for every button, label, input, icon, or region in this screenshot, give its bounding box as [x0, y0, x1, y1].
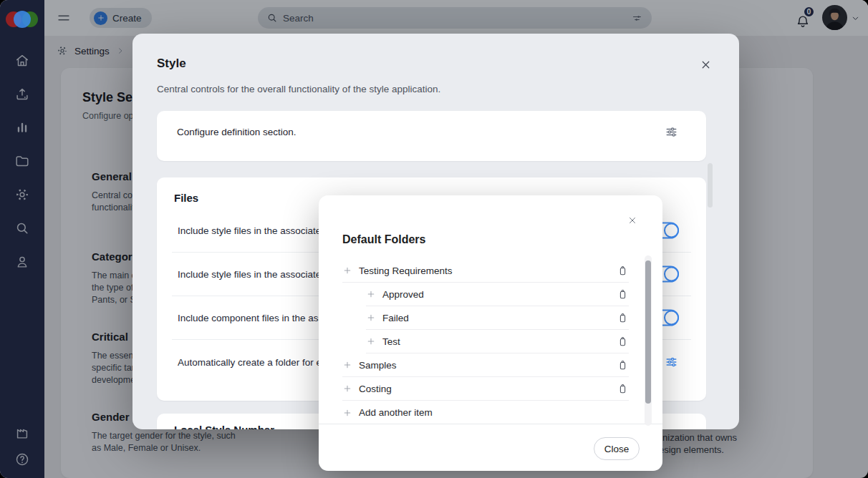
- folder-label: Failed: [382, 313, 409, 323]
- folder-config-sliders-icon[interactable]: [665, 355, 678, 369]
- folder-row[interactable]: Approved: [366, 283, 629, 306]
- delete-icon[interactable]: [617, 336, 629, 348]
- definition-card-text: Configure definition section.: [177, 127, 296, 137]
- plus-icon: [342, 408, 352, 418]
- toggle-knob: [664, 311, 679, 326]
- add-subfolder-icon[interactable]: [366, 289, 376, 299]
- footer-divider: [319, 424, 662, 424]
- folder-label: Test: [382, 336, 400, 347]
- folder-row[interactable]: Costing: [342, 377, 629, 401]
- folder-row[interactable]: Test: [366, 330, 629, 353]
- app-window: Create Search 0: [0, 0, 868, 478]
- default-folders-modal: Default Folders Testing Requirements App…: [319, 195, 662, 471]
- close-icon[interactable]: [627, 214, 640, 227]
- add-item-button[interactable]: Add another item: [342, 401, 629, 424]
- configure-sliders-icon[interactable]: [665, 125, 678, 139]
- add-subfolder-icon[interactable]: [342, 360, 352, 370]
- definition-card: Configure definition section.: [157, 111, 706, 161]
- add-subfolder-icon[interactable]: [342, 384, 352, 394]
- folder-label: Approved: [382, 289, 424, 300]
- folders-modal-title: Default Folders: [342, 233, 425, 246]
- delete-icon[interactable]: [617, 312, 629, 324]
- add-subfolder-icon[interactable]: [366, 336, 376, 346]
- toggle-knob: [664, 267, 679, 282]
- add-subfolder-icon[interactable]: [366, 313, 376, 323]
- folder-row[interactable]: Testing Requirements: [342, 259, 629, 283]
- files-heading: Files: [174, 192, 198, 204]
- next-section-heading: Local Style Number: [174, 424, 274, 429]
- delete-icon[interactable]: [617, 359, 629, 371]
- scrollbar-thumb[interactable]: [708, 163, 713, 208]
- modal-title: Style: [157, 57, 186, 71]
- add-item-label: Add another item: [359, 407, 433, 418]
- toggle-knob: [664, 223, 679, 238]
- add-subfolder-icon[interactable]: [342, 265, 352, 275]
- folder-label: Testing Requirements: [359, 265, 453, 276]
- delete-icon[interactable]: [617, 288, 629, 301]
- scrollbar-thumb[interactable]: [645, 260, 651, 404]
- folder-label: Samples: [359, 360, 397, 371]
- delete-icon[interactable]: [617, 383, 629, 395]
- close-button[interactable]: Close: [594, 437, 640, 460]
- modal-subtitle: Central controls for the overall functio…: [157, 84, 440, 94]
- folder-row[interactable]: Samples: [342, 353, 629, 377]
- folder-label: Costing: [359, 384, 392, 394]
- scrollbar-track: [645, 255, 652, 426]
- delete-icon[interactable]: [617, 265, 629, 277]
- folder-list: Testing Requirements Approved Failed Tes…: [342, 259, 629, 424]
- folder-row[interactable]: Failed: [366, 306, 629, 330]
- logo-circle-blue: [14, 11, 31, 28]
- close-icon[interactable]: [700, 57, 714, 72]
